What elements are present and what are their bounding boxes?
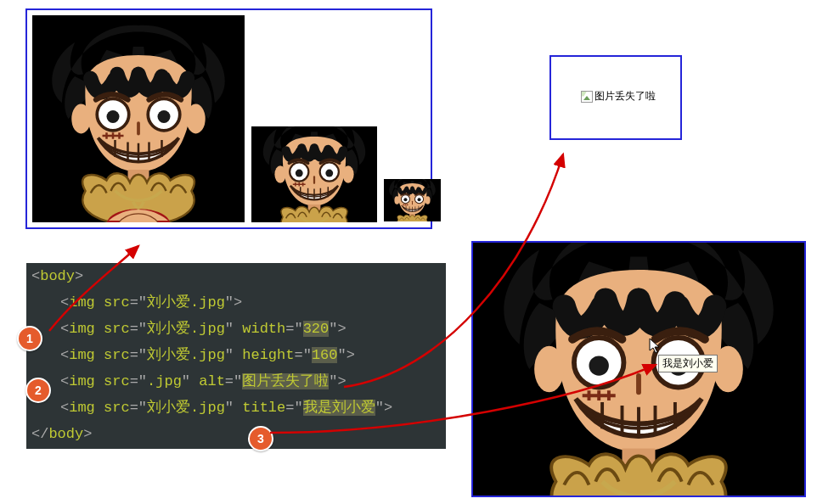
tooltip-text: 我是刘小爱 — [662, 357, 713, 369]
image-with-title — [473, 243, 804, 496]
code-line-5: <img src="刘小爱.jpg" title="我是刘小爱"> — [31, 395, 446, 421]
svg-point-25 — [534, 346, 564, 393]
svg-point-29 — [589, 356, 609, 375]
svg-point-6 — [158, 110, 171, 123]
code-line-2: <img src="刘小爱.jpg" width="320"> — [31, 316, 446, 342]
image-small — [384, 179, 441, 221]
broken-image-icon — [581, 91, 593, 103]
badge-1-label: 1 — [26, 332, 33, 345]
code-line-body-open: <body> — [31, 263, 446, 289]
title-demo-panel — [471, 241, 806, 497]
code-line-4: <img src=".jpg" alt="图片丢失了啦"> — [31, 368, 446, 395]
svg-point-5 — [107, 110, 120, 123]
badge-2: 2 — [25, 378, 51, 403]
badge-3: 3 — [248, 426, 273, 451]
svg-point-17 — [394, 196, 399, 204]
svg-point-9 — [274, 165, 285, 183]
svg-point-2 — [186, 104, 206, 134]
alt-demo-panel: 图片丢失了啦 — [549, 55, 682, 140]
svg-point-14 — [325, 170, 333, 177]
code-line-3: <img src="刘小爱.jpg" height="160"> — [31, 342, 446, 368]
code-line-body-close: </body> — [31, 421, 446, 447]
badge-1: 1 — [17, 326, 42, 351]
cursor-icon — [649, 338, 662, 355]
code-line-1: <img src="刘小爱.jpg"> — [31, 289, 446, 316]
image-large — [32, 15, 245, 222]
svg-point-18 — [425, 196, 431, 204]
preview-panel — [25, 8, 432, 229]
svg-point-26 — [713, 346, 743, 393]
image-medium — [251, 126, 377, 222]
broken-image: 图片丢失了啦 — [581, 89, 656, 104]
svg-point-21 — [403, 198, 407, 201]
svg-point-22 — [418, 198, 421, 201]
code-editor: <body> <img src="刘小爱.jpg"> <img src="刘小爱… — [26, 263, 446, 449]
alt-text: 图片丢失了啦 — [594, 89, 656, 104]
badge-3-label: 3 — [257, 432, 264, 445]
tooltip: 我是刘小爱 — [658, 355, 718, 372]
svg-point-10 — [342, 165, 353, 183]
svg-point-13 — [296, 170, 303, 177]
badge-2-label: 2 — [35, 384, 42, 397]
svg-point-1 — [71, 104, 91, 134]
